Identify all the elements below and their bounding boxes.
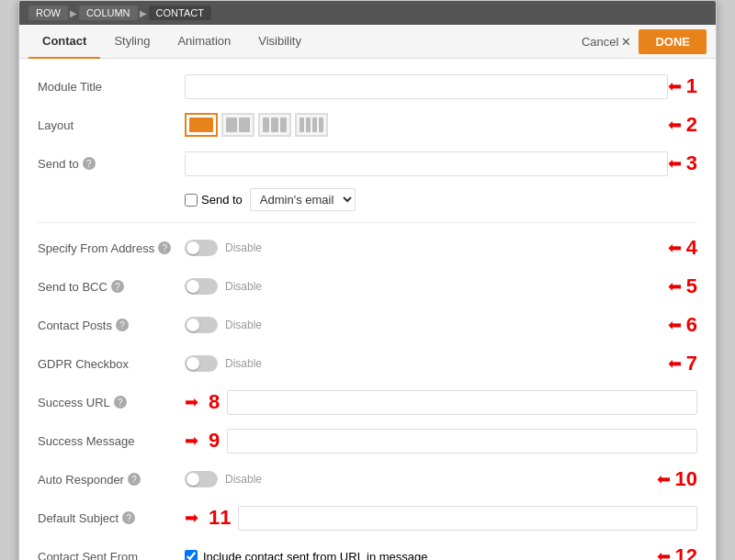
layout-options [185,113,668,137]
done-button[interactable]: DONE [639,29,707,54]
arrow-8: ➡ [185,392,198,412]
success-url-help-icon[interactable]: ? [114,396,127,409]
gdpr-toggle-label: Disable [225,357,262,370]
col-indicator [239,118,250,132]
send-to-bcc-row: Send to BCC ? Disable ⬅ 5 [38,273,697,300]
contact-sent-from-row: Contact Sent From Include contact sent f… [38,543,697,560]
col-indicator [271,118,277,132]
contact-sent-from-label: Contact Sent From [38,550,185,561]
layout-btn-3col[interactable] [258,113,291,137]
send-to-bcc-toggle[interactable] [185,278,218,295]
auto-responder-label: Auto Responder ? [38,473,185,487]
success-url-input[interactable] [227,390,697,415]
badge-9: 9 [209,429,220,453]
badge-11: 11 [209,506,231,530]
gdpr-row: GDPR Checkbox Disable ⬅ 7 [38,350,697,377]
breadcrumb-column[interactable]: COLUMN [79,6,138,20]
arrow-12: ⬅ [657,546,671,560]
breadcrumb-row[interactable]: ROW [28,6,68,20]
arrow-1: ⬅ [668,76,682,96]
specify-from-help-icon[interactable]: ? [158,241,171,254]
contact-posts-label: Contact Posts ? [38,319,185,332]
col-indicator [263,118,269,132]
module-title-input[interactable] [185,74,668,99]
contact-sent-from-checkbox-label: Include contact sent from URL in message [203,550,427,561]
gdpr-toggle-row: Disable [185,355,668,372]
col-indicator [306,118,311,132]
breadcrumb-contact[interactable]: CONTACT [149,6,211,20]
auto-responder-row: Auto Responder ? Disable ⬅ 10 [38,465,697,493]
badge-12: 12 [675,544,697,560]
badge-8: 8 [209,390,220,414]
default-subject-control [238,506,697,531]
specify-from-toggle-row: Disable [185,240,668,256]
gdpr-label: GDPR Checkbox [38,357,185,371]
send-to-row: Send to ? ⬅ 3 [38,150,697,177]
contact-posts-toggle[interactable] [185,317,218,333]
tab-animation[interactable]: Animation [164,25,244,59]
contact-sent-from-control: Include contact sent from URL in message [185,550,657,561]
arrow-9: ➡ [185,431,198,451]
send-to-checkbox-label: Send to [201,193,243,207]
tab-actions: Cancel ✕ DONE [582,29,707,54]
layout-btn-1col[interactable] [185,113,218,137]
module-title-row: Module Title ⬅ 1 [38,73,697,100]
success-message-row: Success Message ➡ 9 [38,427,697,454]
layout-btn-4col[interactable] [295,113,328,137]
badge-6: 6 [686,313,697,337]
arrow-3: ⬅ [668,153,682,174]
success-url-control [227,390,697,415]
send-to-bcc-toggle-label: Disable [225,280,262,293]
badge-4: 4 [686,236,697,260]
cancel-button[interactable]: Cancel ✕ [582,35,631,49]
arrow-2: ⬅ [668,115,682,135]
tab-contact[interactable]: Contact [28,25,100,59]
success-url-label: Success URL ? [38,396,185,409]
breadcrumb-arrow-2: ▶ [140,8,147,18]
arrow-10: ⬅ [657,469,671,489]
tabs-bar: Contact Styling Animation Visibility Can… [19,25,716,59]
tab-styling[interactable]: Styling [100,25,164,59]
badge-7: 7 [686,352,697,375]
send-to-checkbox[interactable] [185,194,198,207]
gdpr-control: Disable [185,355,668,372]
arrow-7: ⬅ [668,353,682,374]
send-to-bcc-toggle-row: Disable [185,278,668,295]
col-indicator [312,118,317,132]
default-subject-help-icon[interactable]: ? [122,511,135,524]
send-to-dropdown[interactable]: Admin's email [250,188,356,211]
default-subject-label: Default Subject ? [38,511,185,525]
badge-1: 1 [686,74,697,98]
col-indicator [300,118,304,132]
badge-3: 3 [686,151,697,175]
specify-from-toggle[interactable] [185,240,218,256]
divider-1 [38,222,697,223]
layout-btn-2col[interactable] [221,113,254,137]
arrow-6: ⬅ [668,315,682,335]
module-title-label: Module Title [38,80,185,94]
send-to-checkbox-row: Send to Admin's email [185,188,697,211]
contact-sent-from-checkbox[interactable] [185,550,198,560]
layout-row: Layout [38,111,697,139]
default-subject-row: Default Subject ? ➡ 11 [38,504,697,532]
col-indicator [226,118,237,132]
arrow-11: ➡ [185,508,198,528]
auto-responder-help-icon[interactable]: ? [128,473,141,486]
default-subject-input[interactable] [238,506,697,531]
send-to-label: Send to ? [38,157,185,171]
send-to-input[interactable] [185,151,668,176]
success-message-input[interactable] [227,429,697,454]
auto-responder-toggle[interactable] [185,471,218,487]
contact-posts-row: Contact Posts ? Disable ⬅ 6 [38,311,697,339]
send-to-help-icon[interactable]: ? [83,157,96,170]
gdpr-toggle[interactable] [185,355,218,372]
success-message-label: Success Message [38,434,185,448]
badge-2: 2 [686,113,697,137]
success-url-row: Success URL ? ➡ 8 [38,388,697,416]
contact-posts-help-icon[interactable]: ? [116,319,129,331]
badge-5: 5 [686,274,697,298]
tab-visibility[interactable]: Visibility [244,25,315,59]
contact-sent-from-group: Include contact sent from URL in message [185,550,657,561]
send-to-bcc-help-icon[interactable]: ? [111,280,124,293]
breadcrumb: ROW ▶ COLUMN ▶ CONTACT [19,1,716,25]
